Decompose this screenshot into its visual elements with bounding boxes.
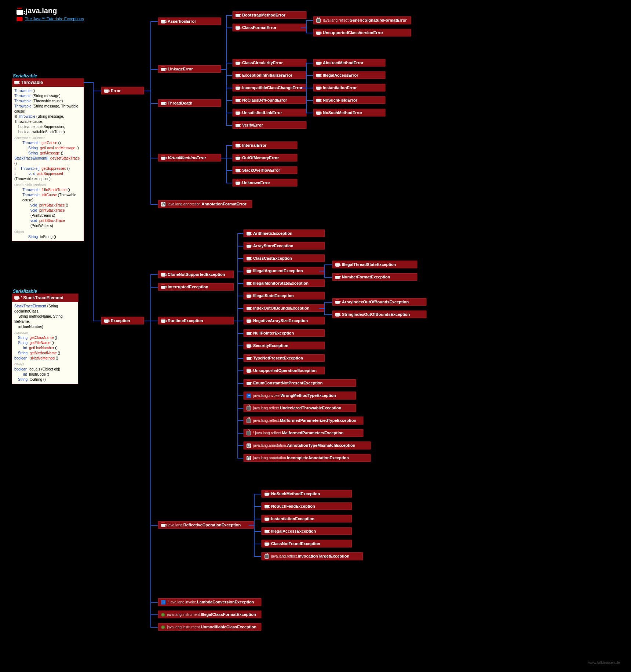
connector [93, 91, 101, 91]
connector [150, 602, 158, 603]
tutorials-link[interactable]: The Java™ Tutorials: Exceptions [25, 17, 84, 21]
class-clscirc[interactable]: ClassCircularityError [232, 59, 307, 67]
connector [226, 63, 232, 63]
class-clonenot[interactable]: CloneNotSupportedException [158, 270, 234, 278]
connector [226, 28, 232, 28]
class-nometh[interactable]: NoSuchMethodError [313, 109, 386, 117]
java-cup-icon [265, 505, 269, 508]
class-absmeth[interactable]: AbstractMethodError [313, 59, 386, 67]
class-assertionerror[interactable]: AssertionError [158, 17, 221, 25]
class-unknown[interactable]: UnknownError [232, 179, 298, 187]
connector [226, 75, 232, 76]
class-linkageerror[interactable]: LinkageError [158, 65, 221, 73]
footer-credit[interactable]: www.falkhausen.de [588, 661, 620, 665]
java-cup-icon [316, 74, 321, 77]
connector [150, 103, 158, 104]
class-invtarget[interactable]: java.lang.reflect.InvocationTargetExcept… [261, 552, 363, 560]
java-cup-icon [104, 319, 109, 323]
class-annotmis[interactable]: @java.lang.annotation.AnnotationTypeMism… [243, 441, 371, 450]
java-cup-icon [161, 68, 165, 71]
annotation-icon: @ [247, 443, 251, 448]
connector [221, 158, 226, 158]
class-exinit[interactable]: ExceptionInInitializerError [232, 71, 307, 79]
class-unmod[interactable]: java.lang.instrument.UnmodifiableClassEx… [158, 623, 262, 631]
class-illclsfmt[interactable]: java.lang.instrument.IllegalClassFormatE… [158, 610, 262, 618]
connector [237, 283, 243, 284]
class-exception[interactable]: Exception [101, 317, 144, 325]
class-incompat[interactable]: IncompatibleClassChangeError [232, 84, 307, 92]
class-wrongmeth[interactable]: java.lang.invoke.WrongMethodTypeExceptio… [243, 391, 356, 400]
class-undecl[interactable]: java.lang.reflect.UndeclaredThrowableExc… [243, 404, 356, 412]
oracle-badge-icon [17, 17, 22, 21]
class-unsat[interactable]: UnsatisfiedLinkError [232, 109, 307, 117]
serializable-label-2[interactable]: Serializable [13, 289, 37, 294]
class-verify[interactable]: VerifyError [232, 121, 307, 129]
java-cup-icon [247, 357, 251, 360]
class-reflop[interactable]: java.lang.ReflectiveOperationException [158, 521, 254, 529]
class-arith[interactable]: ArithmeticException [243, 229, 325, 237]
connector [306, 113, 313, 113]
class-illstate[interactable]: IllegalStateException [243, 292, 325, 300]
class-stackov[interactable]: StackOverflowError [232, 166, 298, 174]
class-typenot[interactable]: TypeNotPresentException [243, 354, 325, 362]
connector [226, 158, 232, 158]
class-nofield[interactable]: NoSuchFieldError [313, 96, 386, 104]
java-cup-icon [236, 169, 240, 172]
java-cup-icon [247, 232, 251, 235]
class-oom[interactable]: OutOfMemoryError [232, 154, 298, 162]
leaf-icon [160, 625, 165, 630]
class-arrstore[interactable]: ArrayStoreException [243, 242, 325, 250]
connector [150, 627, 158, 628]
class-stridx[interactable]: StringIndexOutOfBoundsException [332, 310, 427, 318]
java-cup-icon [236, 99, 240, 102]
class-illmon[interactable]: IllegalMonitorStateException [243, 279, 325, 287]
connector [226, 100, 232, 101]
java-cup-icon [265, 543, 269, 546]
class-stacktraceelement[interactable]: ' StackTraceElement StackTraceElement (S… [12, 293, 79, 384]
class-bootstrapmethoderror[interactable]: BootstrapMethodError [232, 11, 307, 19]
serializable-label[interactable]: Serializable [13, 73, 37, 78]
class-npe[interactable]: NullPointerException [243, 329, 325, 337]
class-gensigformaterror[interactable]: java.lang.reflect.GenericSignatureFormat… [313, 16, 411, 25]
java-cup-icon [316, 99, 321, 102]
class-negarr[interactable]: NegativeArraySizeException [243, 317, 325, 325]
class-arridx[interactable]: ArrayIndexOutOfBoundsException [332, 298, 427, 306]
class-unsupop[interactable]: UnsupportedOperationException [243, 366, 325, 375]
class-runtime[interactable]: RuntimeException [158, 317, 234, 325]
class-vmerror[interactable]: VirtualMachineError [158, 154, 221, 162]
class-lambda[interactable]: ! java.lang.invoke.LambdaConversionExcep… [158, 598, 262, 606]
class-illaccex[interactable]: IllegalAccessException [261, 527, 352, 535]
class-malfparam[interactable]: java.lang.reflect.MalformedParameterized… [243, 416, 364, 425]
java-cup-icon [247, 245, 251, 248]
class-illarg[interactable]: IllegalArgumentException [243, 267, 325, 275]
class-enumnot[interactable]: EnumConstantNotPresentException [243, 379, 356, 387]
class-nosuchfieldex[interactable]: NoSuchFieldException [261, 502, 352, 510]
class-interrupted[interactable]: InterruptedException [158, 283, 234, 291]
class-throwable[interactable]: Throwable Throwable () Throwable (String… [12, 78, 84, 241]
class-instex[interactable]: InstantiationException [261, 515, 352, 523]
class-internal[interactable]: InternalError [232, 141, 298, 149]
class-insterr[interactable]: InstantiationError [313, 84, 386, 92]
class-unsupclsver[interactable]: UnsupportedClassVersionError [313, 29, 411, 37]
class-secex[interactable]: SecurityException [243, 342, 325, 350]
annotation-icon: @ [247, 456, 251, 460]
class-annotformaterror[interactable]: @java.lang.annotation.AnnotationFormatEr… [158, 200, 252, 208]
class-nosuchmethex[interactable]: NoSuchMethodException [261, 490, 352, 498]
class-malfparams[interactable]: ! java.lang.reflect.MalformedParametersE… [243, 429, 364, 437]
class-nocls[interactable]: NoClassDefFoundError [232, 96, 307, 104]
class-classformaterror[interactable]: ClassFormatError [232, 23, 307, 32]
lock-icon [247, 406, 251, 410]
connector [237, 395, 243, 396]
class-clscast[interactable]: ClassCastException [243, 254, 325, 262]
connector [150, 274, 158, 275]
class-illacc[interactable]: IllegalAccessError [313, 71, 386, 79]
class-illthread[interactable]: IllegalThreadStateException [332, 260, 417, 269]
java-cup-icon [316, 32, 321, 35]
class-incannot[interactable]: @java.lang.annotation.IncompleteAnnotati… [243, 454, 371, 462]
java-cup-icon [14, 296, 19, 300]
class-numfmt[interactable]: NumberFormatException [332, 273, 417, 281]
class-clsnotfound[interactable]: ClassNotFoundException [261, 540, 352, 548]
class-threaddeath[interactable]: ThreadDeath [158, 99, 221, 107]
class-ioob[interactable]: IndexOutOfBoundsException [243, 304, 325, 312]
class-error[interactable]: Error [101, 87, 144, 95]
